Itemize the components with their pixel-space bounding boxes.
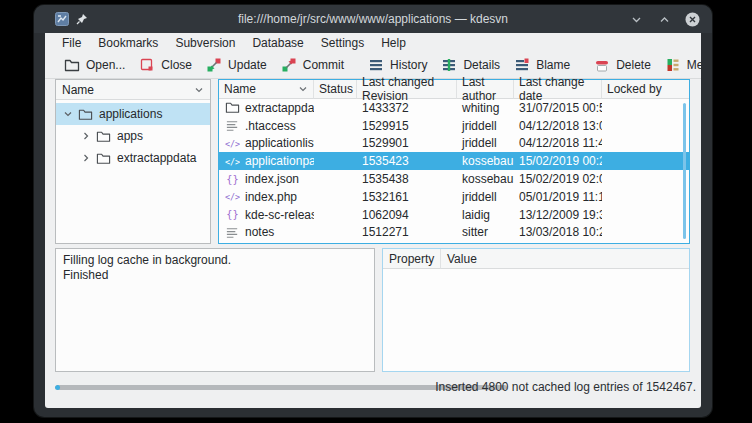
svg-text:</>: </> <box>225 192 240 202</box>
close-button[interactable] <box>684 11 700 27</box>
tree-item-extractappdata[interactable]: extractappdata <box>56 147 210 169</box>
file-author-cell: jriddell <box>457 135 514 153</box>
column-header-label: Locked by <box>607 82 662 96</box>
properties-header: Property Value <box>383 249 689 269</box>
file-date-cell: 05/01/2019 11:11 <box>514 188 602 206</box>
column-header-status[interactable]: Status <box>314 80 357 99</box>
file-date-cell: 04/12/2018 11:47 <box>514 135 602 153</box>
file-date-cell: 15/02/2019 02:01 <box>514 170 602 188</box>
file-name: index.php <box>245 190 297 204</box>
repository-tree-panel: Name applicationsappsextractappdata <box>55 79 211 244</box>
menu-settings[interactable]: Settings <box>321 36 364 50</box>
tree-header[interactable]: Name <box>56 80 210 100</box>
file-locked-cell <box>602 206 689 224</box>
merge-icon <box>665 57 681 73</box>
file-list-header: NameStatusLast changed RevisionLast auth… <box>219 80 689 99</box>
file-revision-cell: 1512271 <box>357 224 457 242</box>
details-button[interactable]: Details <box>434 54 507 76</box>
column-header-last-author[interactable]: Last author <box>457 80 514 99</box>
sort-indicator-icon <box>298 84 308 94</box>
file-revision-cell: 1535438 <box>357 170 457 188</box>
file-row-notes[interactable]: notes1512271sitter13/03/2018 10:26 <box>219 224 689 242</box>
merge-button[interactable]: Merge <box>658 54 701 76</box>
file-locked-cell <box>602 99 689 117</box>
file-name-cell: {}kde-sc-releases.json <box>219 206 314 224</box>
toolbar-button-label: History <box>390 58 427 72</box>
titlebar[interactable]: file:///home/jr/src/www/www/applications… <box>34 5 712 33</box>
toolbar-button-label: Close <box>161 58 192 72</box>
file-status-cell <box>314 99 357 117</box>
file-status-cell <box>314 152 357 170</box>
menu-bookmarks[interactable]: Bookmarks <box>98 36 158 50</box>
log-output-panel[interactable]: Filling log cache in background. Finishe… <box>55 248 375 372</box>
file-row-htaccess[interactable]: .htaccess1529915jriddell04/12/2018 13:01 <box>219 117 689 135</box>
file-status-cell <box>314 224 357 242</box>
menu-file[interactable]: File <box>62 36 81 50</box>
file-locked-cell <box>602 170 689 188</box>
delete-button[interactable]: Delete <box>587 54 658 76</box>
statusbar: Inserted 4800 not cached log entries of … <box>45 377 701 399</box>
file-date-cell: 15/02/2019 00:24 <box>514 152 602 170</box>
property-column-header[interactable]: Property <box>383 249 441 269</box>
menu-database[interactable]: Database <box>252 36 303 50</box>
text-file-icon <box>225 225 240 240</box>
file-name: extractappdata <box>245 101 314 115</box>
file-author-cell: laidig <box>457 206 514 224</box>
file-name-cell: </>index.php <box>219 188 314 206</box>
minimize-button[interactable] <box>628 11 644 27</box>
column-header-label: Name <box>224 82 256 96</box>
blame-button[interactable]: Blame <box>507 54 577 76</box>
tree-item-label: extractappdata <box>115 151 196 165</box>
file-row-index-php[interactable]: </>index.php1532161jriddell05/01/2019 11… <box>219 188 689 206</box>
tree-item-apps[interactable]: apps <box>56 125 210 147</box>
file-revision-cell: 1062094 <box>357 206 457 224</box>
file-row-kde-sc-releases-json[interactable]: {}kde-sc-releases.json1062094laidig13/12… <box>219 206 689 224</box>
status-message: Inserted 4800 not cached log entries of … <box>435 380 696 394</box>
properties-panel: Property Value <box>382 248 690 372</box>
svn-update-icon <box>206 57 222 73</box>
tree-item-applications[interactable]: applications <box>56 103 210 125</box>
toolbar-button-label: Commit <box>303 58 344 72</box>
desktop-background: file:///home/jr/src/www/www/applications… <box>0 0 752 423</box>
file-revision-cell: 1433372 <box>357 99 457 117</box>
svg-text:</>: </> <box>225 139 240 149</box>
column-header-locked-by[interactable]: Locked by <box>602 80 689 99</box>
close-button[interactable]: Close <box>132 54 199 76</box>
main-area: Name applicationsappsextractappdata Name… <box>45 79 701 244</box>
file-date-cell: 04/12/2018 13:01 <box>514 117 602 135</box>
history-button[interactable]: History <box>361 54 434 76</box>
file-row-index-json[interactable]: {}index.json1535438kossebau15/02/2019 02… <box>219 170 689 188</box>
file-row-applicationlist-php[interactable]: </>applicationlist.php1529901jriddell04/… <box>219 135 689 153</box>
open-button[interactable]: Open... <box>57 54 132 76</box>
update-button[interactable]: Update <box>199 54 274 76</box>
value-column-header[interactable]: Value <box>441 249 689 269</box>
toolbar-button-label: Open... <box>86 58 125 72</box>
file-name: index.json <box>245 172 299 186</box>
toolbar-button-label: Update <box>228 58 267 72</box>
file-revision-cell: 1529915 <box>357 117 457 135</box>
column-header-name[interactable]: Name <box>219 80 314 99</box>
file-date-cell: 13/12/2009 19:31 <box>514 206 602 224</box>
code-file-icon: </> <box>225 189 240 204</box>
window-content: FileBookmarksSubversionDatabaseSettingsH… <box>45 33 701 408</box>
code-file-icon: </> <box>225 136 240 151</box>
file-row-extractappdata[interactable]: extractappdata1433372whiting31/07/2015 0… <box>219 99 689 117</box>
menu-subversion[interactable]: Subversion <box>175 36 235 50</box>
chevron-down-icon[interactable] <box>62 109 74 119</box>
file-locked-cell <box>602 188 689 206</box>
folder-icon <box>96 151 111 166</box>
column-header-last-change-date[interactable]: Last change date <box>514 80 602 99</box>
pin-icon[interactable] <box>76 13 88 25</box>
column-header-last-changed-revision[interactable]: Last changed Revision <box>357 80 457 99</box>
file-row-applicationpage-php[interactable]: </>applicationpage.php1535423kossebau15/… <box>219 152 689 170</box>
menu-help[interactable]: Help <box>381 36 406 50</box>
file-list-panel: NameStatusLast changed RevisionLast auth… <box>218 79 690 244</box>
file-list-scrollbar[interactable] <box>683 103 686 239</box>
maximize-button[interactable] <box>656 11 672 27</box>
file-locked-cell <box>602 135 689 153</box>
window-title: file:///home/jr/src/www/www/applications… <box>34 12 712 26</box>
chevron-right-icon[interactable] <box>80 153 92 163</box>
file-author-cell: jriddell <box>457 117 514 135</box>
chevron-right-icon[interactable] <box>80 131 92 141</box>
commit-button[interactable]: Commit <box>274 54 351 76</box>
